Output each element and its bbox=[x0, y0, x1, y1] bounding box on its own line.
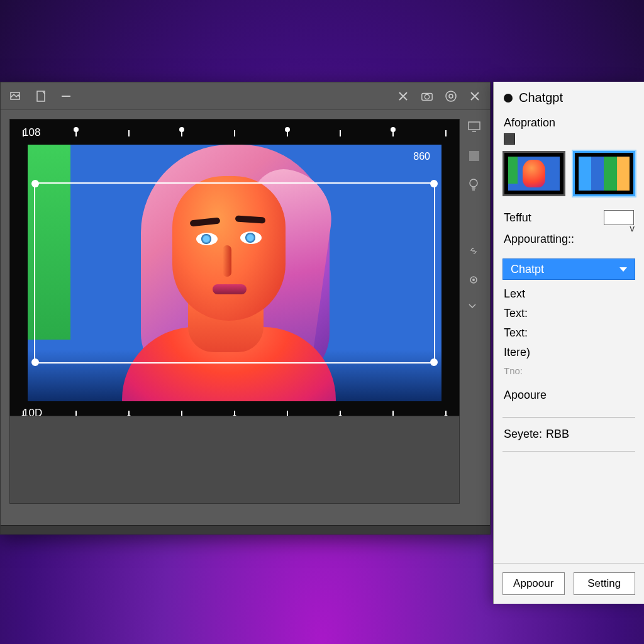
layer-icon[interactable] bbox=[9, 90, 22, 103]
bulb-icon[interactable] bbox=[467, 178, 481, 192]
list-text2[interactable]: Text: bbox=[504, 326, 634, 340]
section-heading: Afopration bbox=[504, 116, 634, 130]
appoour-button[interactable]: Appoour bbox=[502, 572, 565, 595]
chevron-down-icon[interactable] bbox=[467, 303, 481, 316]
thumbnail-row bbox=[494, 151, 644, 205]
status-strip bbox=[1, 525, 490, 534]
crop-frame[interactable] bbox=[34, 182, 435, 364]
panel-dot-icon bbox=[504, 94, 513, 103]
appourating-label: Appouratting:: bbox=[504, 233, 634, 246]
teffut-label: Teffut bbox=[504, 211, 531, 225]
panel-title: Chatgpt bbox=[519, 91, 563, 105]
timeline-area[interactable] bbox=[9, 416, 460, 504]
chevron-down-icon bbox=[619, 267, 627, 272]
close-icon-2[interactable] bbox=[469, 90, 481, 103]
editor-titlebar bbox=[1, 82, 490, 110]
right-toolbar bbox=[464, 120, 485, 316]
property-list: Lext Text: Text: Itere) Tno: bbox=[494, 285, 644, 379]
panel-title-row: Chatgpt bbox=[494, 82, 644, 114]
select-value: Chatpt bbox=[511, 263, 544, 276]
link-icon[interactable] bbox=[467, 245, 481, 258]
setting-button[interactable]: Setting bbox=[574, 572, 636, 595]
svg-point-5 bbox=[446, 91, 456, 101]
crop-handle-tl[interactable] bbox=[31, 180, 39, 187]
layers-icon[interactable] bbox=[467, 149, 481, 163]
thumbnail-1[interactable] bbox=[502, 151, 565, 196]
svg-point-14 bbox=[472, 279, 475, 281]
close-icon[interactable] bbox=[397, 90, 409, 103]
appourating-select[interactable]: Chatpt bbox=[502, 258, 635, 280]
list-itere[interactable]: Itere) bbox=[504, 346, 634, 359]
screen-icon[interactable] bbox=[467, 120, 481, 134]
gear-icon[interactable] bbox=[467, 274, 481, 287]
svg-rect-7 bbox=[469, 122, 480, 130]
document-icon[interactable] bbox=[35, 90, 47, 103]
crop-handle-br[interactable] bbox=[430, 358, 438, 366]
editor-window: 108 860 bbox=[0, 82, 491, 535]
camera-icon[interactable] bbox=[421, 90, 433, 103]
color-swatch[interactable] bbox=[504, 133, 515, 145]
svg-rect-9 bbox=[469, 151, 479, 161]
thumbnail-2[interactable] bbox=[573, 151, 636, 196]
canvas-area[interactable]: 108 860 bbox=[9, 119, 460, 427]
list-tno: Tno: bbox=[504, 365, 634, 376]
crop-handle-bl[interactable] bbox=[31, 358, 39, 366]
panel-footer: Appoour Setting bbox=[494, 563, 644, 604]
ruler-top: 108 bbox=[10, 123, 459, 142]
teffut-combo[interactable]: ⅴ bbox=[604, 210, 634, 225]
target-icon[interactable] bbox=[445, 90, 457, 103]
side-panel: Chatgpt Afopration Teffut ⅴ Appouratting… bbox=[493, 82, 644, 604]
svg-point-6 bbox=[449, 94, 453, 98]
crop-handle-tr[interactable] bbox=[430, 180, 438, 187]
canvas[interactable]: 860 bbox=[28, 145, 441, 401]
dimension-label: 860 bbox=[413, 151, 430, 162]
svg-point-4 bbox=[425, 94, 429, 99]
svg-point-10 bbox=[470, 179, 477, 187]
seyete-label: Seyete: bbox=[504, 428, 542, 441]
list-lext[interactable]: Lext bbox=[504, 287, 634, 301]
seyete-value: RBB bbox=[546, 428, 569, 441]
list-text1[interactable]: Text: bbox=[504, 307, 634, 320]
minimize-icon[interactable] bbox=[60, 90, 72, 103]
apooure-label: Apooure bbox=[504, 389, 634, 402]
